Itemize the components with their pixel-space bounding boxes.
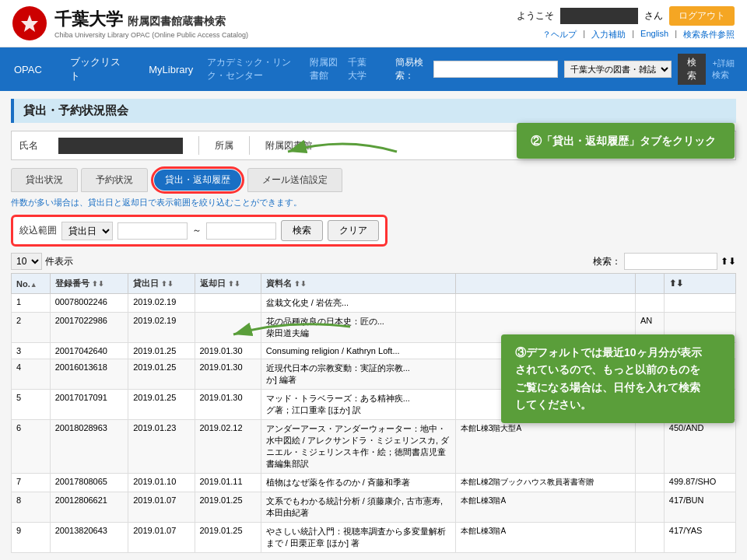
filter-from-input[interactable] (117, 222, 188, 240)
cell-loan-date: 2019.01.10 (128, 474, 195, 492)
filter-to-input[interactable] (206, 222, 276, 240)
divider2: | (632, 29, 634, 40)
nav-booklist[interactable]: ブックリスト (56, 47, 135, 91)
cell-reg-no: 00078002246 (50, 294, 128, 313)
search-input[interactable] (433, 61, 558, 78)
cell-call-no (664, 294, 735, 313)
tab-mail-settings[interactable]: メール送信設定 (247, 168, 342, 192)
search-button[interactable]: 検索 (678, 54, 706, 85)
col-title[interactable]: 資料名 ⬆⬇ (261, 274, 456, 294)
table-search-input[interactable] (624, 253, 717, 270)
cell-title: 花の品種改良の日本史：匠の... 柴田道夫編 (261, 313, 456, 343)
cell-reg-no: 20013820643 (50, 523, 128, 553)
cell-title: Consuming religion / Kathryn Loft... (261, 343, 456, 359)
welcome-label: ようこそ (517, 9, 554, 23)
cell-reg-no: 20017022986 (50, 313, 128, 343)
cell-return-date: 2019.01.25 (195, 523, 261, 553)
col-call-no[interactable]: ⬆⬇ (664, 274, 735, 294)
nav-university-link[interactable]: 千葉大学 (348, 56, 374, 82)
links-row: ？ヘルプ | 入力補助 | English | 検索条件参照 (542, 29, 735, 40)
table-header-row: No.▲ 登録番号 ⬆⬇ 貸出日 ⬆⬇ 返却日 ⬆⬇ 資料名 ⬆⬇ ⬆⬇ (12, 274, 736, 294)
detail-search-link[interactable]: +詳細検索 (712, 58, 739, 81)
tab-loan-return-history[interactable]: 貸出・返却履歴 (154, 170, 241, 191)
cell-loan-date: 2019.02.19 (128, 313, 195, 343)
cell-return-date: 2019.01.30 (195, 359, 261, 390)
col-return-date[interactable]: 返却日 ⬆⬇ (195, 274, 261, 294)
cell-title: 近現代日本の宗教変動：実証的宗教... か] 編著 (261, 359, 456, 390)
help-link[interactable]: ？ヘルプ (542, 29, 577, 40)
per-page-select[interactable]: 10 25 50 (11, 253, 42, 270)
cell-reg-no: 20018028963 (50, 420, 128, 474)
name-value (58, 138, 183, 154)
input-help-link[interactable]: 入力補助 (591, 29, 626, 40)
col-loan-date[interactable]: 貸出日 ⬆⬇ (128, 274, 195, 294)
cell-location: 本館L棟3階A (456, 492, 636, 523)
cell-title: 植物はなぜ薬を作るのか / 斉藤和季著 (261, 474, 456, 492)
col-reg-no[interactable]: 登録番号 ⬆⬇ (50, 274, 128, 294)
san-label: さん (644, 9, 663, 23)
cell-call-no: 417/YAS (664, 523, 735, 553)
nav-academic-link[interactable]: アカデミック・リンク・センター (207, 56, 303, 82)
header: 千葉大学 附属図書館蔵書検索 Chiba University Library … (0, 0, 747, 47)
search-scope-select[interactable]: 千葉大学の図書・雑誌 (564, 61, 672, 78)
filter-clear-button[interactable]: クリア (328, 220, 379, 241)
filter-label: 絞込範囲 (19, 224, 57, 237)
affiliation-label: 所属 (215, 139, 233, 152)
cell-return-date (195, 313, 261, 343)
page-section: 貸出・予約状況照会 氏名 所属 附属図書館 貸出状況 予約状況 貸出・返却履歴 … (0, 91, 747, 560)
notice-text: 件数が多い場合は、貸出日と返却日で表示範囲を絞り込むことができます。 (11, 197, 736, 208)
cell-reg-no: 20012806621 (50, 492, 128, 523)
form-divider (198, 136, 199, 155)
col-extra[interactable] (635, 274, 664, 294)
library-label: 附属図書館 (265, 139, 312, 152)
cell-no: 2 (12, 313, 51, 343)
header-left: 千葉大学 附属図書館蔵書検索 Chiba University Library … (12, 6, 248, 40)
nav-library-link[interactable]: 附属図書館 (310, 56, 342, 82)
col-location[interactable] (456, 274, 636, 294)
logo-sub-en: Chiba University Library OPAC (Online Pu… (54, 31, 248, 39)
logo-sub-kanji: 附属図書館蔵書検索 (128, 15, 226, 29)
logout-button[interactable]: ログアウト (669, 6, 735, 26)
cell-location: 本館L棟3階A (456, 523, 636, 553)
tab-reservation-status[interactable]: 予約状況 (81, 168, 148, 192)
cell-loan-date: 2019.01.07 (128, 492, 195, 523)
cell-extra (635, 474, 664, 492)
cell-extra (635, 523, 664, 553)
tab-bar: 貸出状況 予約状況 貸出・返却履歴 メール送信設定 (11, 166, 736, 194)
divider3: | (675, 29, 677, 40)
cell-extra (635, 294, 664, 313)
cell-call-no: 417/BUN (664, 492, 735, 523)
logo-circle (12, 6, 47, 40)
cell-location (456, 294, 636, 313)
cell-loan-date: 2019.02.19 (128, 294, 195, 313)
tab-loan-status[interactable]: 貸出状況 (11, 168, 78, 192)
cell-loan-date: 2019.01.25 (128, 390, 195, 420)
logo-text: 千葉大学 附属図書館蔵書検索 Chiba University Library … (54, 8, 248, 39)
cell-return-date: 2019.01.11 (195, 474, 261, 492)
table-search-label: 検索： (593, 255, 621, 268)
annotation3-text: ③デフォルトでは最近10ヶ月分が表示されているので、もっと以前のものをご覧になる… (515, 346, 702, 411)
cell-no: 5 (12, 390, 51, 420)
per-page-label: 件表示 (45, 255, 73, 268)
cell-reg-no: 20017042640 (50, 343, 128, 359)
cell-call-no: 499.87/SHO (664, 474, 735, 492)
navbar: OPAC ブックリスト MyLibrary アカデミック・リンク・センター 附属… (0, 47, 747, 91)
search-ref-link[interactable]: 検索条件参照 (683, 29, 735, 40)
cell-loan-date: 2019.01.25 (128, 343, 195, 359)
table-row: 8 20012806621 2019.01.07 2019.01.25 文系でも… (12, 492, 736, 523)
filter-sort-select[interactable]: 貸出日 (61, 222, 113, 240)
cell-reg-no: 20016013618 (50, 359, 128, 390)
navbar-right: アカデミック・リンク・センター 附属図書館 千葉大学 簡易検索： 千葉大学の図書… (207, 54, 747, 85)
nav-mylibrary[interactable]: MyLibrary (135, 56, 207, 83)
filter-search-button[interactable]: 検索 (281, 220, 323, 241)
annotation3: ③デフォルトでは最近10ヶ月分が表示されているので、もっと以前のものをご覧になる… (501, 334, 735, 423)
cell-no: 7 (12, 474, 51, 492)
col-no[interactable]: No.▲ (12, 274, 51, 294)
cell-return-date: 2019.01.30 (195, 390, 261, 420)
english-link[interactable]: English (640, 29, 668, 40)
search-label: 簡易検索： (395, 56, 427, 82)
nav-opac[interactable]: OPAC (0, 56, 56, 83)
cell-return-date (195, 294, 261, 313)
cell-extra (635, 492, 664, 523)
form-divider2 (249, 136, 250, 155)
